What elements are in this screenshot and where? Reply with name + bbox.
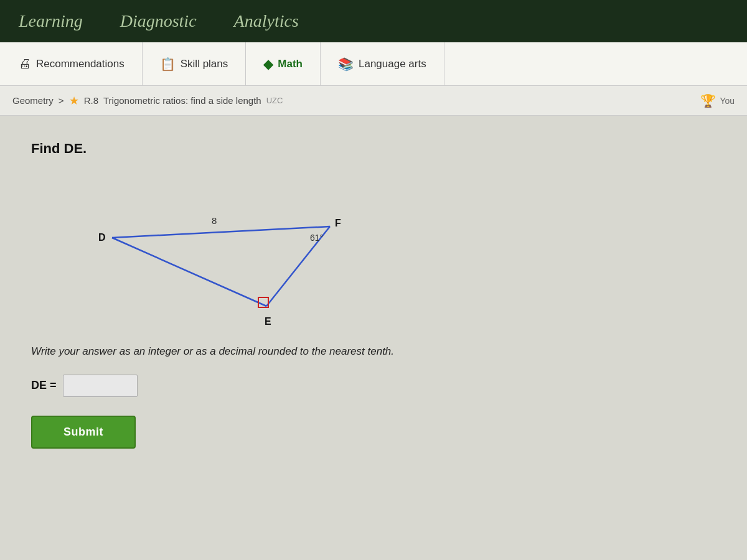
sec-nav-skill-plans[interactable]: 📋 Skill plans xyxy=(143,42,247,85)
vertex-f-label: F xyxy=(335,218,341,228)
breadcrumb-skill-id: UZC xyxy=(266,96,283,105)
answer-input[interactable] xyxy=(63,375,138,397)
angle-f-label: 61° xyxy=(310,233,323,243)
breadcrumb-skill-code: R.8 xyxy=(84,95,98,106)
star-icon: ★ xyxy=(69,94,79,108)
skill-plans-label: Skill plans xyxy=(181,58,228,70)
you-label: You xyxy=(720,96,735,106)
language-arts-icon: 📚 xyxy=(338,57,354,72)
language-arts-label: Language arts xyxy=(359,58,426,70)
breadcrumb: Geometry > ★ R.8 Trigonometric ratios: f… xyxy=(12,94,283,108)
answer-instruction: Write your answer as an integer or as a … xyxy=(31,343,716,360)
skill-plans-icon: 📋 xyxy=(160,57,176,72)
breadcrumb-separator: > xyxy=(59,95,64,106)
recommendations-label: Recommendations xyxy=(36,58,125,70)
sec-nav-math[interactable]: ◆ Math xyxy=(246,42,321,85)
answer-label: DE = xyxy=(31,379,57,392)
nav-diagnostic[interactable]: Diagnostic xyxy=(120,11,197,31)
you-earned-section: 🏆 You xyxy=(700,93,735,108)
breadcrumb-skill-name: Trigonometric ratios: find a side length xyxy=(103,95,261,106)
vertex-e-label: E xyxy=(265,316,271,327)
main-content: Find DE. D F E 8 61° Write your answer a… xyxy=(0,116,747,560)
nav-analytics[interactable]: Analytics xyxy=(234,11,299,31)
answer-section: Write your answer as an integer or as a … xyxy=(31,343,716,449)
triangle-diagram: D F E 8 61° xyxy=(68,175,367,325)
side-df-label: 8 xyxy=(212,215,217,226)
secondary-navigation: 🖨 Recommendations 📋 Skill plans ◆ Math 📚… xyxy=(0,42,747,86)
triangle-svg: D F E 8 61° xyxy=(68,175,367,331)
nav-learning[interactable]: Learning xyxy=(19,11,83,31)
answer-row: DE = xyxy=(31,375,716,397)
recommendations-icon: 🖨 xyxy=(19,57,31,71)
breadcrumb-category[interactable]: Geometry xyxy=(12,95,54,106)
math-label: Math xyxy=(278,58,303,70)
svg-line-1 xyxy=(112,238,266,306)
sec-nav-language-arts[interactable]: 📚 Language arts xyxy=(321,42,444,85)
vertex-d-label: D xyxy=(98,232,106,243)
submit-button[interactable]: Submit xyxy=(31,416,136,449)
top-navigation: Learning Diagnostic Analytics xyxy=(0,0,747,42)
svg-line-0 xyxy=(112,226,330,238)
breadcrumb-bar: Geometry > ★ R.8 Trigonometric ratios: f… xyxy=(0,86,747,116)
trophy-icon: 🏆 xyxy=(700,93,716,108)
problem-instruction: Find DE. xyxy=(31,141,716,157)
math-icon: ◆ xyxy=(263,57,273,72)
sec-nav-recommendations[interactable]: 🖨 Recommendations xyxy=(12,42,143,85)
